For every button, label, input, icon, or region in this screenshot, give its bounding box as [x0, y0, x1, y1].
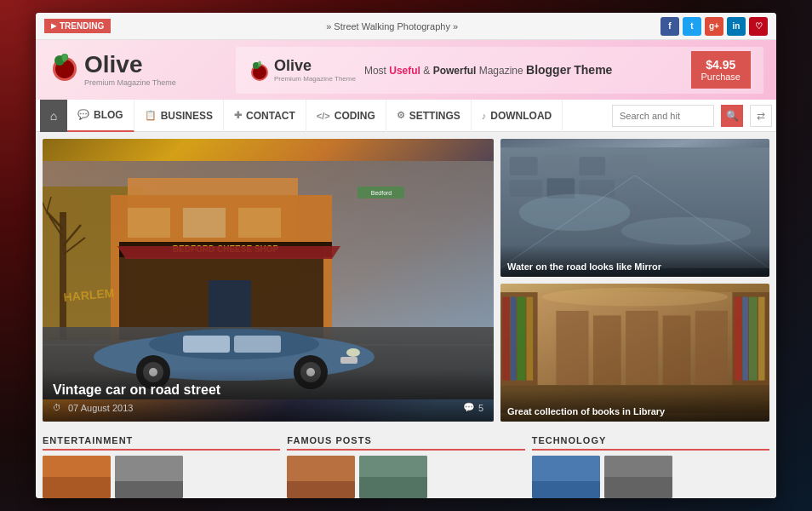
comment-icon: 💬: [463, 402, 475, 413]
linkedin-icon[interactable]: in: [727, 17, 746, 36]
svg-point-42: [346, 348, 360, 357]
svg-rect-50: [580, 157, 606, 175]
nav-item-coding[interactable]: </> CODING: [306, 100, 386, 132]
nav-label-coding: CODING: [335, 110, 375, 122]
contact-icon: ✚: [234, 110, 242, 121]
side-post-1-title: Water on the road looks like Mirror: [507, 261, 763, 272]
svg-rect-54: [580, 180, 615, 197]
nav-item-business[interactable]: 📋 BUSINESS: [134, 100, 224, 132]
nav-label-blog: BLOG: [94, 109, 123, 121]
trending-text: » Street Walking Photography »: [123, 21, 660, 32]
shuffle-button[interactable]: ⇄: [750, 105, 772, 127]
browser-window: TRENDING » Street Walking Photography » …: [36, 13, 776, 498]
featured-comments: 💬 5: [463, 402, 483, 413]
ad-logo-name: Olive: [274, 58, 356, 73]
side-post-2-title: Great collection of books in Library: [507, 406, 763, 416]
section-thumbs-famous: [287, 456, 524, 498]
nav-home-button[interactable]: ⌂: [40, 100, 67, 132]
facebook-icon[interactable]: f: [660, 17, 679, 36]
svg-rect-87: [532, 481, 600, 498]
thumb-entertainment-1[interactable]: [43, 456, 111, 498]
clock-icon: ⏱: [53, 403, 61, 412]
thumb-famous-1[interactable]: [287, 456, 355, 498]
section-technology: TECHNOLOGY: [532, 435, 769, 498]
ad-logo-text: Olive Premium Magazine Theme: [274, 58, 356, 83]
logo-area: Olive Premium Magazine Theme: [49, 50, 219, 90]
svg-rect-79: [43, 477, 111, 498]
coding-icon: </>: [317, 111, 330, 121]
navbar: ⌂ 💬 BLOG 📋 BUSINESS ✚ CONTACT </> CODING…: [36, 100, 776, 132]
comment-count: 5: [478, 403, 483, 413]
svg-rect-48: [510, 157, 538, 175]
nav-item-download[interactable]: ♪ DOWNLOAD: [472, 100, 563, 132]
featured-title: Vintage car on road street: [53, 382, 483, 398]
ad-logo-small: Olive Premium Magazine Theme: [249, 58, 356, 83]
svg-rect-85: [359, 477, 427, 498]
featured-overlay: Vintage car on road street ⏱ 07 August 2…: [43, 370, 494, 422]
settings-icon: ⚙: [397, 110, 405, 121]
side-posts: Water on the road looks like Mirror: [500, 139, 769, 422]
section-thumbs-entertainment: [43, 456, 280, 498]
featured-date: 07 August 2013: [68, 403, 133, 413]
svg-marker-20: [117, 246, 340, 259]
thumb-tech-2[interactable]: [604, 456, 672, 498]
svg-rect-41: [340, 357, 357, 364]
svg-rect-17: [238, 208, 281, 238]
ad-logo-subtitle: Premium Magazine Theme: [274, 75, 356, 83]
trending-badge: TRENDING: [44, 19, 111, 33]
thumb-entertainment-2[interactable]: [115, 456, 183, 498]
ad-content: Olive Premium Magazine Theme Most Useful…: [236, 47, 763, 94]
section-entertainment: ENTERTAINMENT: [43, 435, 280, 498]
svg-rect-81: [115, 481, 183, 498]
featured-post[interactable]: BEDFORD CHEESE SHOP: [43, 139, 494, 422]
section-header-technology: TECHNOLOGY: [532, 435, 769, 451]
svg-rect-49: [542, 155, 575, 175]
svg-text:Bedford: Bedford: [371, 190, 392, 196]
side-post-1-overlay: Water on the road looks like Mirror: [500, 244, 769, 277]
googleplus-icon[interactable]: g+: [705, 17, 723, 36]
download-icon: ♪: [482, 111, 487, 121]
thumb-famous-2[interactable]: [359, 456, 427, 498]
pinterest-icon[interactable]: ♡: [749, 17, 768, 36]
purchase-label: Purchase: [701, 72, 741, 82]
twitter-icon[interactable]: t: [683, 17, 701, 36]
search-button[interactable]: 🔍: [721, 105, 743, 127]
thumb-tech-1[interactable]: [532, 456, 600, 498]
logo-icon: [49, 50, 81, 90]
blog-icon: 💬: [77, 109, 89, 120]
business-icon: 📋: [145, 110, 157, 121]
main-content: BEDFORD CHEESE SHOP: [36, 132, 776, 428]
nav-label-contact: CONTACT: [246, 110, 295, 122]
side-post-road[interactable]: Water on the road looks like Mirror: [500, 139, 769, 277]
search-area: 🔍 ⇄: [612, 105, 772, 127]
purchase-price: $4.95: [701, 58, 741, 72]
logo-subtitle: Premium Magazine Theme: [84, 78, 176, 87]
nav-label-download: DOWNLOAD: [490, 110, 552, 122]
ad-slogan: Most Useful & Powerful Magazine Blogger …: [364, 63, 683, 77]
side-post-library[interactable]: Great collection of books in Library: [500, 284, 769, 422]
logo-name: Olive: [84, 53, 176, 77]
svg-rect-33: [183, 336, 230, 353]
svg-rect-22: [60, 212, 66, 340]
svg-point-4: [62, 54, 67, 62]
section-header-entertainment: ENTERTAINMENT: [43, 435, 280, 451]
section-thumbs-technology: [532, 456, 769, 498]
svg-rect-51: [610, 155, 648, 175]
purchase-button[interactable]: $4.95 Purchase: [691, 51, 751, 89]
nav-item-blog[interactable]: 💬 BLOG: [67, 100, 134, 132]
nav-items: 💬 BLOG 📋 BUSINESS ✚ CONTACT </> CODING ⚙…: [67, 100, 612, 132]
svg-rect-15: [128, 208, 170, 238]
social-icons: f t g+ in ♡: [660, 17, 768, 36]
svg-point-55: [519, 194, 631, 232]
sections-row: ENTERTAINMENT FAMOUS POSTS: [36, 428, 776, 498]
svg-point-56: [621, 217, 752, 245]
search-input[interactable]: [612, 105, 714, 127]
nav-item-contact[interactable]: ✚ CONTACT: [224, 100, 306, 132]
svg-rect-52: [510, 180, 542, 197]
side-post-2-overlay: Great collection of books in Library: [500, 389, 769, 422]
svg-rect-89: [604, 477, 672, 498]
logo-text-block: Olive Premium Magazine Theme: [84, 53, 176, 87]
svg-rect-16: [183, 208, 226, 238]
nav-item-settings[interactable]: ⚙ SETTINGS: [386, 100, 472, 132]
svg-rect-34: [234, 336, 281, 353]
